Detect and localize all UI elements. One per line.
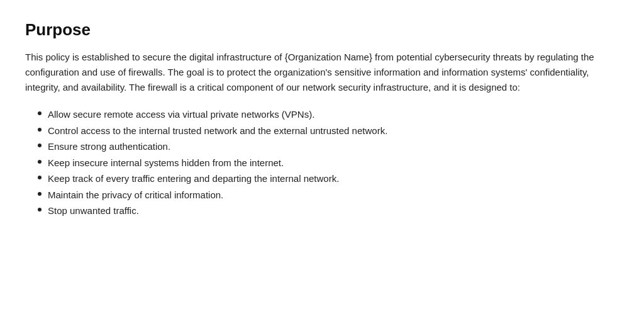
list-item-text: Allow secure remote access via virtual p… xyxy=(48,106,314,123)
list-item: Keep track of every traffic entering and… xyxy=(38,171,619,187)
list-item: Control access to the internal trusted n… xyxy=(38,123,619,139)
list-item-text: Ensure strong authentication. xyxy=(48,138,170,155)
list-item-text: Control access to the internal trusted n… xyxy=(48,123,387,139)
list-item: Keep insecure internal systems hidden fr… xyxy=(38,155,619,171)
bullet-dot-icon xyxy=(38,192,42,196)
list-item-text: Keep insecure internal systems hidden fr… xyxy=(48,155,284,171)
list-item-text: Keep track of every traffic entering and… xyxy=(48,171,339,187)
bullet-list: Allow secure remote access via virtual p… xyxy=(25,106,619,219)
bullet-dot-icon xyxy=(38,176,42,179)
bullet-dot-icon xyxy=(38,111,42,115)
bullet-dot-icon xyxy=(38,160,42,164)
list-item: Allow secure remote access via virtual p… xyxy=(38,106,619,123)
list-item: Stop unwanted traffic. xyxy=(38,203,619,219)
page-title: Purpose xyxy=(25,20,619,40)
bullet-dot-icon xyxy=(38,208,42,212)
list-item-text: Maintain the privacy of critical informa… xyxy=(48,187,223,203)
body-paragraph: This policy is established to secure the… xyxy=(25,50,619,95)
list-item: Maintain the privacy of critical informa… xyxy=(38,187,619,203)
list-item: Ensure strong authentication. xyxy=(38,138,619,155)
bullet-dot-icon xyxy=(38,144,42,147)
bullet-dot-icon xyxy=(38,128,42,132)
list-item-text: Stop unwanted traffic. xyxy=(48,203,139,219)
